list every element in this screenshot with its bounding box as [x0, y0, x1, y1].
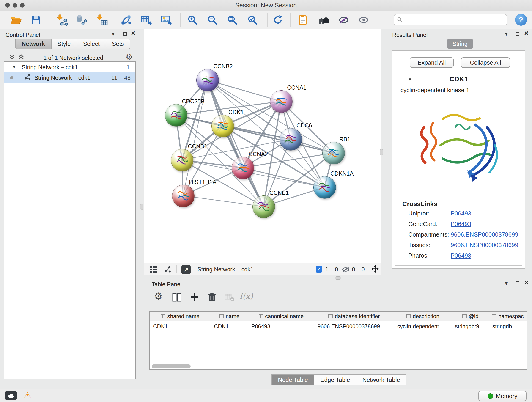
- results-panel-close-icon[interactable]: ×: [524, 31, 529, 35]
- crosslink-link[interactable]: P06493: [451, 210, 471, 217]
- network-view[interactable]: CCNB2CCNA1CDC25BCDK1CDC6RB1CCNB1CCNA2CDK…: [144, 29, 381, 263]
- import-network-database-button[interactable]: [74, 13, 89, 27]
- column-header-database-identifier[interactable]: database identifier: [314, 312, 394, 321]
- show-all-button[interactable]: [356, 13, 371, 27]
- hide-selected-button[interactable]: [336, 13, 351, 27]
- birdseye-grid-icon[interactable]: [150, 266, 157, 274]
- zoom-out-icon: [207, 14, 218, 26]
- open-in-new-icon[interactable]: ↗: [181, 265, 191, 274]
- minimize-window-button[interactable]: [13, 3, 17, 7]
- show-columns-icon[interactable]: [172, 293, 181, 303]
- network-node-cdc25b[interactable]: [165, 104, 187, 127]
- expand-all-button[interactable]: Expand All: [410, 57, 454, 68]
- network-node-ccna2[interactable]: [232, 157, 254, 179]
- zoom-selected-button[interactable]: [245, 13, 260, 27]
- tab-sets[interactable]: Sets: [106, 38, 130, 49]
- cell-database-identifier[interactable]: 9606.ENSP00000378699: [314, 321, 394, 332]
- table-panel-collapse-icon[interactable]: ▾: [505, 280, 508, 287]
- network-node-cdk1[interactable]: [211, 115, 234, 137]
- tab-edge-table[interactable]: Edge Table: [314, 375, 356, 385]
- tab-select[interactable]: Select: [77, 38, 106, 49]
- zoom-in-button[interactable]: [185, 13, 200, 27]
- close-window-button[interactable]: [5, 3, 10, 7]
- control-panel-close-icon[interactable]: ×: [131, 31, 135, 35]
- control-panel-float-icon[interactable]: [123, 32, 127, 37]
- tab-string[interactable]: String: [447, 39, 473, 49]
- cell-canonical-name[interactable]: P06493: [248, 321, 314, 332]
- tab-network[interactable]: Network: [15, 38, 51, 49]
- crosslink-link[interactable]: 9606.ENSP00000378699: [451, 231, 518, 238]
- search-input[interactable]: [403, 16, 504, 24]
- zoom-out-button[interactable]: [205, 13, 220, 27]
- network-node-cdkn1a[interactable]: [313, 176, 336, 199]
- expand-all-tree-icon[interactable]: [18, 54, 24, 61]
- hidden-eye-slash-icon[interactable]: [342, 266, 350, 274]
- import-table-file-button[interactable]: [95, 13, 109, 27]
- disclosure-triangle-icon[interactable]: ▼: [12, 65, 16, 70]
- export-image-button[interactable]: [159, 13, 173, 27]
- right-splitter-handle[interactable]: [380, 149, 383, 155]
- new-network-button[interactable]: [119, 13, 133, 27]
- tab-node-table[interactable]: Node Table: [272, 375, 314, 385]
- tab-network-table[interactable]: Network Table: [356, 375, 406, 385]
- network-share-icon[interactable]: [164, 266, 171, 274]
- column-header-shared-name[interactable]: shared name: [150, 312, 211, 321]
- table-options-gear-icon[interactable]: ⚙: [154, 291, 163, 302]
- cell-shared-name[interactable]: CDK1: [150, 321, 211, 332]
- horizontal-scrollbar-thumb[interactable]: [152, 364, 191, 368]
- crosslink-link[interactable]: 9606.ENSP00000378699: [451, 242, 518, 249]
- network-node-rb1[interactable]: [322, 142, 345, 164]
- zoom-fit-button[interactable]: [225, 13, 239, 27]
- bottom-splitter-handle[interactable]: [335, 276, 341, 280]
- control-panel-collapse-icon[interactable]: ▾: [112, 31, 114, 37]
- network-node-cdc6[interactable]: [279, 128, 302, 151]
- selected-checkbox-icon[interactable]: ✓: [316, 266, 322, 273]
- cell-namespace[interactable]: stringdb: [489, 321, 527, 332]
- cell-description[interactable]: cyclin-dependent ...: [394, 321, 452, 332]
- tab-style[interactable]: Style: [51, 38, 77, 49]
- network-node-hist1h1a[interactable]: [172, 185, 195, 207]
- save-session-button[interactable]: [29, 13, 43, 27]
- network-tree-child-row[interactable]: String Network – cdk1 11 48: [4, 72, 135, 83]
- pan-move-icon[interactable]: [371, 265, 380, 275]
- network-node-ccna1[interactable]: [270, 90, 293, 113]
- new-table-button[interactable]: [139, 13, 153, 27]
- node-label-cdk1: CDK1: [228, 109, 244, 115]
- column-header-id[interactable]: @id: [452, 312, 489, 321]
- results-panel-float-icon[interactable]: [515, 32, 519, 37]
- network-tree-root-row[interactable]: ▼ String Network – cdk1 1: [4, 62, 135, 72]
- import-network-file-button[interactable]: [55, 13, 69, 27]
- cloud-button[interactable]: [5, 391, 17, 400]
- collapse-all-button[interactable]: Collapse All: [461, 57, 510, 68]
- table-row[interactable]: CDK1 CDK1 P06493 9606.ENSP00000378699 cy…: [150, 321, 526, 332]
- column-header-name[interactable]: name: [211, 312, 248, 321]
- help-button[interactable]: ?: [515, 14, 527, 26]
- results-panel-collapse-icon[interactable]: ▾: [505, 31, 508, 37]
- zoom-window-button[interactable]: [20, 3, 25, 7]
- network-node-ccnb2[interactable]: [196, 69, 219, 91]
- memory-button[interactable]: Memory: [478, 391, 526, 401]
- network-node-ccne1[interactable]: [253, 196, 275, 218]
- column-header-namespace[interactable]: namespac: [489, 312, 527, 321]
- crosslink-link[interactable]: P06493: [451, 252, 471, 259]
- column-header-canonical-name[interactable]: canonical name: [248, 312, 314, 321]
- cell-name[interactable]: CDK1: [211, 321, 248, 332]
- network-options-gear-icon[interactable]: ⚙: [126, 52, 133, 62]
- open-session-button[interactable]: [9, 13, 23, 27]
- copy-view-button[interactable]: [296, 13, 310, 27]
- add-column-icon[interactable]: [190, 292, 199, 303]
- left-splitter-handle[interactable]: [140, 204, 143, 210]
- table-panel-float-icon[interactable]: [515, 281, 519, 286]
- delete-column-icon[interactable]: [208, 293, 216, 303]
- folder-open-icon: [10, 15, 22, 25]
- network-node-ccnb1[interactable]: [171, 149, 193, 172]
- column-header-description[interactable]: description: [394, 312, 452, 321]
- show-all-networks-button[interactable]: [317, 13, 331, 27]
- table-panel-close-icon[interactable]: ×: [524, 280, 529, 285]
- crosslink-link[interactable]: P06493: [451, 220, 471, 228]
- refresh-button[interactable]: [271, 13, 285, 27]
- collapse-all-tree-icon[interactable]: [9, 54, 15, 61]
- cell-id[interactable]: stringdb:9...: [452, 321, 489, 332]
- warning-icon[interactable]: ⚠: [24, 390, 31, 400]
- eye-slash-icon: [338, 15, 349, 25]
